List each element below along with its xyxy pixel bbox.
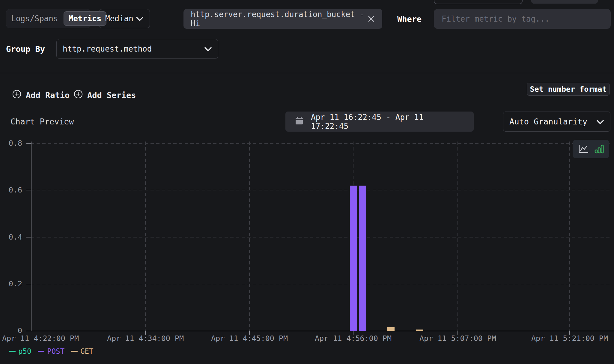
plus-circle-icon [12, 89, 22, 101]
h-gridline [31, 284, 612, 284]
legend-dash-icon [38, 351, 44, 352]
y-axis-tick [26, 190, 31, 190]
source-toggle: Logs/Spans Metrics [6, 9, 91, 28]
time-range-value: Apr 11 16:22:45 - Apr 11 17:22:45 [311, 113, 464, 131]
v-gridline [249, 142, 250, 331]
y-tick-label: 0.4 [0, 233, 26, 241]
x-axis-line [31, 331, 614, 331]
filter-input[interactable] [434, 9, 611, 29]
close-icon[interactable] [367, 15, 375, 23]
aggregation-value: Median [105, 14, 133, 23]
legend-dash-icon [9, 351, 16, 352]
y-tick-label: 0.2 [0, 280, 26, 288]
chart-type-toggle [573, 140, 609, 158]
legend-label: POST [47, 347, 64, 356]
calendar-icon [295, 117, 303, 127]
cutoff-button [531, 0, 598, 4]
group-by-value: http.request.method [63, 44, 152, 53]
metric-chip-label: http.server.request.duration_bucket - Hi [191, 10, 367, 28]
legend-item-p50[interactable]: p50 [9, 347, 31, 356]
granularity-value: Auto Granularity [509, 117, 587, 126]
h-gridline [31, 237, 612, 237]
x-tick-label: Apr 11 4:34:00 PM [100, 334, 190, 343]
bar-chart-icon[interactable] [595, 144, 604, 154]
divider [0, 73, 614, 73]
toggle-logs-spans[interactable]: Logs/Spans [11, 14, 58, 23]
x-tick-label: Apr 11 4:45:00 PM [204, 334, 294, 343]
legend-label: p50 [18, 347, 31, 356]
metric-chip[interactable]: http.server.request.duration_bucket - Hi [183, 9, 382, 29]
x-tick-label: Apr 11 5:07:00 PM [413, 334, 503, 343]
v-gridline [458, 142, 458, 331]
set-number-format-button[interactable]: Set number format [527, 83, 610, 96]
h-gridline [31, 190, 612, 190]
add-series-label: Add Series [87, 91, 136, 100]
y-axis-tick [26, 284, 31, 284]
y-tick-label: 0.8 [0, 139, 26, 147]
line-chart-icon[interactable] [578, 144, 589, 154]
legend-label: GET [80, 347, 93, 356]
chart-preview-title: Chart Preview [10, 112, 74, 132]
chart-legend: p50POSTGET [9, 347, 94, 356]
time-range-picker[interactable]: Apr 11 16:22:45 - Apr 11 17:22:45 [285, 112, 474, 132]
chevron-down-icon [136, 14, 144, 23]
v-gridline [145, 142, 146, 331]
add-series-button[interactable]: Add Series [73, 89, 136, 101]
add-ratio-button[interactable]: Add Ratio [12, 89, 70, 101]
where-label: Where [397, 9, 422, 29]
chevron-down-icon [596, 117, 604, 126]
y-axis-zero-tick [26, 331, 31, 331]
add-ratio-label: Add Ratio [26, 91, 70, 100]
y-axis-tick [26, 237, 31, 237]
bar-get [416, 330, 423, 331]
aggregation-select[interactable]: Median [99, 9, 150, 28]
granularity-select[interactable]: Auto Granularity [503, 112, 610, 132]
x-tick-label: Apr 11 4:56:00 PM [308, 334, 398, 343]
h-gridline [31, 143, 612, 144]
plus-circle-icon [73, 89, 83, 101]
y-tick-label: 0.6 [0, 186, 26, 194]
chevron-down-icon [204, 44, 212, 53]
y-tick-label: 0 [0, 327, 26, 334]
x-tick-label: Apr 11 4:22:00 PM [0, 334, 85, 343]
cutoff-input-box [434, 0, 523, 4]
bar-get [387, 327, 395, 331]
y-axis-line [31, 142, 31, 331]
y-axis-tick [26, 143, 31, 144]
x-tick-label: Apr 11 5:21:00 PM [525, 334, 614, 343]
v-gridline [569, 142, 570, 331]
group-by-select[interactable]: http.request.method [56, 39, 218, 59]
metrics-query-builder: Logs/Spans Metrics Median http.server.re… [0, 0, 614, 364]
group-by-label: Group By [6, 39, 45, 59]
legend-dash-icon [71, 351, 78, 352]
legend-item-get[interactable]: GET [71, 347, 93, 356]
bar-post [350, 186, 357, 331]
legend-item-post[interactable]: POST [38, 347, 64, 356]
bar-post [359, 186, 366, 331]
